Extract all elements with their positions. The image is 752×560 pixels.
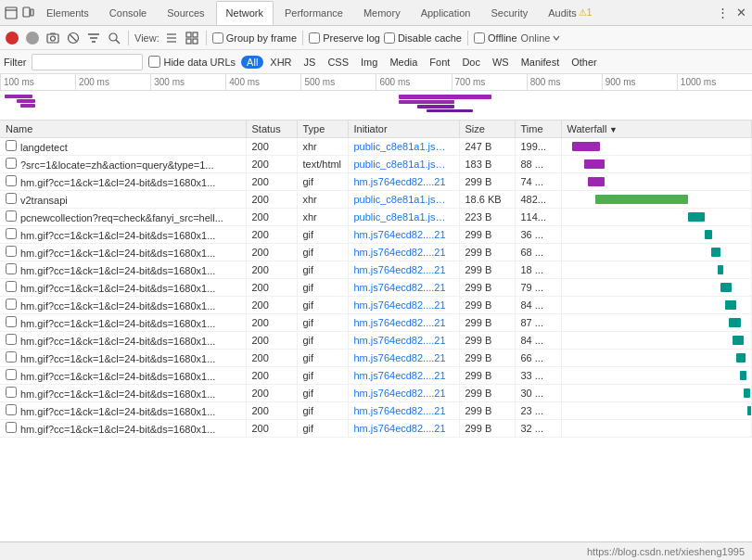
filter-media-button[interactable]: Media <box>384 56 423 69</box>
group-by-frame-checkbox[interactable] <box>212 32 223 44</box>
tab-elements[interactable]: Elements <box>37 1 98 25</box>
cell-initiator-3[interactable]: public_c8e81a1.js… <box>348 191 459 209</box>
tab-network[interactable]: Network <box>216 1 274 25</box>
table-row[interactable]: hm.gif?cc=1&ck=1&cl=24-bit&ds=1680x1...2… <box>0 332 752 350</box>
row-checkbox-6[interactable] <box>6 246 17 257</box>
cell-initiator-11[interactable]: hm.js764ecd82....21 <box>348 332 459 350</box>
clear-button[interactable] <box>65 30 82 46</box>
cell-initiator-0[interactable]: public_c8e81a1.js… <box>348 138 459 156</box>
cell-initiator-6[interactable]: hm.js764ecd82....21 <box>348 244 459 261</box>
row-checkbox-8[interactable] <box>6 281 17 292</box>
table-row[interactable]: hm.gif?cc=1&ck=1&cl=24-bit&ds=1680x1...2… <box>0 420 752 438</box>
table-row[interactable]: pcnewcollection?req=check&fanyi_src=hell… <box>0 209 752 226</box>
tab-performance[interactable]: Performance <box>275 1 352 25</box>
row-checkbox-16[interactable] <box>6 422 17 433</box>
view-list-button[interactable] <box>163 30 180 46</box>
table-row[interactable]: hm.gif?cc=1&ck=1&cl=24-bit&ds=1680x1...2… <box>0 402 752 420</box>
col-header-type[interactable]: Type <box>297 121 348 138</box>
cell-initiator-5[interactable]: hm.js764ecd82....21 <box>348 226 459 244</box>
tab-memory[interactable]: Memory <box>354 1 410 25</box>
disable-cache-checkbox[interactable] <box>384 32 395 44</box>
cell-waterfall-7 <box>561 261 752 279</box>
filter-ws-button[interactable]: WS <box>487 56 515 69</box>
filter-other-button[interactable]: Other <box>566 56 603 69</box>
row-checkbox-7[interactable] <box>6 263 17 274</box>
cell-initiator-8[interactable]: hm.js764ecd82....21 <box>348 279 459 297</box>
table-row[interactable]: hm.gif?cc=1&ck=1&cl=24-bit&ds=1680x1...2… <box>0 244 752 261</box>
filter-all-button[interactable]: All <box>241 56 263 69</box>
filter-js-button[interactable]: JS <box>299 56 322 69</box>
table-row[interactable]: hm.gif?cc=1&ck=1&cl=24-bit&ds=1680x1...2… <box>0 367 752 385</box>
tab-security[interactable]: Security <box>481 1 537 25</box>
row-checkbox-13[interactable] <box>6 369 17 380</box>
row-checkbox-3[interactable] <box>6 193 17 204</box>
table-row[interactable]: hm.gif?cc=1&ck=1&cl=24-bit&ds=1680x1...2… <box>0 350 752 367</box>
view-grid-button[interactable] <box>184 30 200 46</box>
hide-data-urls-checkbox[interactable] <box>148 56 160 68</box>
cell-initiator-15[interactable]: hm.js764ecd82....21 <box>348 402 459 420</box>
col-header-initiator[interactable]: Initiator <box>348 121 459 138</box>
row-checkbox-4[interactable] <box>6 210 17 222</box>
table-row[interactable]: v2transapi200xhrpublic_c8e81a1.js…18.6 K… <box>0 191 752 209</box>
filter-img-button[interactable]: Img <box>355 56 383 69</box>
devtools-device-icon[interactable] <box>20 6 35 20</box>
search-button[interactable] <box>106 30 122 46</box>
table-row[interactable]: hm.gif?cc=1&ck=1&cl=24-bit&ds=1680x1...2… <box>0 314 752 332</box>
cell-initiator-10[interactable]: hm.js764ecd82....21 <box>348 314 459 332</box>
row-checkbox-2[interactable] <box>6 175 17 186</box>
filter-xhr-button[interactable]: XHR <box>264 56 297 69</box>
col-header-size[interactable]: Size <box>459 121 515 138</box>
cell-initiator-9[interactable]: hm.js764ecd82....21 <box>348 297 459 314</box>
table-row[interactable]: ?src=1&locate=zh&action=query&type=1...2… <box>0 156 752 173</box>
filter-doc-button[interactable]: Doc <box>456 56 486 69</box>
row-checkbox-0[interactable] <box>6 140 17 151</box>
table-row[interactable]: hm.gif?cc=1&ck=1&cl=24-bit&ds=1680x1...2… <box>0 385 752 402</box>
cell-initiator-1[interactable]: public_c8e81a1.js… <box>348 156 459 173</box>
offline-checkbox[interactable] <box>474 32 485 44</box>
row-checkbox-12[interactable] <box>6 351 17 363</box>
col-header-status[interactable]: Status <box>246 121 297 138</box>
cell-initiator-4[interactable]: public_c8e81a1.js… <box>348 209 459 226</box>
cell-initiator-13[interactable]: hm.js764ecd82....21 <box>348 367 459 385</box>
devtools-inspect-icon[interactable] <box>4 6 19 20</box>
filter-css-button[interactable]: CSS <box>322 56 354 69</box>
col-header-name[interactable]: Name <box>0 121 246 138</box>
cell-initiator-7[interactable]: hm.js764ecd82....21 <box>348 261 459 279</box>
tab-application[interactable]: Application <box>412 1 480 25</box>
cell-initiator-14[interactable]: hm.js764ecd82....21 <box>348 385 459 402</box>
tab-sources[interactable]: Sources <box>158 1 213 25</box>
row-checkbox-10[interactable] <box>6 316 17 327</box>
preserve-log-checkbox[interactable] <box>309 32 320 44</box>
table-row[interactable]: hm.gif?cc=1&ck=1&cl=24-bit&ds=1680x1...2… <box>0 297 752 314</box>
filter-font-button[interactable]: Font <box>424 56 455 69</box>
filter-button[interactable] <box>85 30 102 46</box>
cell-size-12: 299 B <box>459 350 515 367</box>
filter-manifest-button[interactable]: Manifest <box>516 56 566 69</box>
row-checkbox-11[interactable] <box>6 334 17 345</box>
table-row[interactable]: hm.gif?cc=1&ck=1&cl=24-bit&ds=1680x1...2… <box>0 279 752 297</box>
more-tools-icon[interactable]: ⋮ <box>715 6 730 20</box>
col-header-time[interactable]: Time <box>515 121 561 138</box>
table-row[interactable]: hm.gif?cc=1&ck=1&cl=24-bit&ds=1680x1...2… <box>0 226 752 244</box>
tab-console[interactable]: Console <box>100 1 156 25</box>
row-checkbox-5[interactable] <box>6 228 17 239</box>
stop-button[interactable] <box>24 30 41 46</box>
table-row[interactable]: hm.gif?cc=1&ck=1&cl=24-bit&ds=1680x1...2… <box>0 173 752 191</box>
cell-initiator-12[interactable]: hm.js764ecd82....21 <box>348 350 459 367</box>
row-checkbox-14[interactable] <box>6 387 17 398</box>
online-dropdown[interactable]: Online <box>521 32 562 44</box>
cell-time-12: 66 ... <box>515 350 561 367</box>
filter-input[interactable] <box>32 54 143 70</box>
record-button[interactable] <box>4 30 20 46</box>
close-devtools-icon[interactable]: ✕ <box>733 6 748 20</box>
cell-initiator-16[interactable]: hm.js764ecd82....21 <box>348 420 459 438</box>
row-checkbox-9[interactable] <box>6 299 17 310</box>
cell-initiator-2[interactable]: hm.js764ecd82....21 <box>348 173 459 191</box>
table-row[interactable]: langdetect200xhrpublic_c8e81a1.js…247 B1… <box>0 138 752 156</box>
screenshot-button[interactable] <box>45 30 61 46</box>
col-header-waterfall[interactable]: Waterfall <box>561 121 752 138</box>
tab-audits[interactable]: Audits ⚠1 <box>539 1 601 25</box>
row-checkbox-15[interactable] <box>6 404 17 415</box>
table-row[interactable]: hm.gif?cc=1&ck=1&cl=24-bit&ds=1680x1...2… <box>0 261 752 279</box>
row-checkbox-1[interactable] <box>6 158 17 169</box>
